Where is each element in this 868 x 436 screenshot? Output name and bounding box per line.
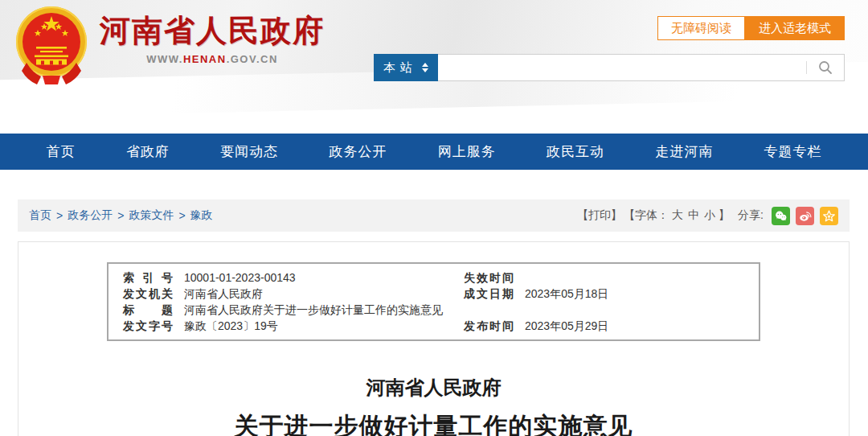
breadcrumb-yuzheng[interactable]: 豫政 [190,208,213,223]
meta-title-label: 标 题 [123,302,173,318]
nav-item-interaction[interactable]: 政民互动 [547,142,604,161]
search-bar: 本站 [374,54,845,81]
nav-item-about-henan[interactable]: 走进河南 [655,142,713,161]
font-size-label: 【字体： [624,208,669,223]
meta-date-written-value: 2023年05月18日 [525,286,751,302]
meta-index-value: 10001-01-2023-00143 [184,269,452,286]
share-icons [772,207,838,225]
meta-title-value: 河南省人民政府关于进一步做好计量工作的实施意见 [184,302,452,318]
metadata-row: 索 引 号 10001-01-2023-00143 失效时间 [123,269,751,286]
breadcrumb-bar: 首页 > 政务公开 > 政策文件 > 豫政 【打印】 【字体： 大 中 小 】 … [18,199,850,232]
elder-mode-button[interactable]: 进入适老模式 [745,16,845,40]
breadcrumb: 首页 > 政务公开 > 政策文件 > 豫政 [29,208,213,223]
site-title: 河南省人民政府 [100,13,325,48]
font-size-small[interactable]: 小 [704,208,715,223]
breadcrumb-gov-affairs[interactable]: 政务公开 [68,208,113,223]
search-input[interactable] [438,55,806,80]
nav-item-home[interactable]: 首页 [47,142,76,161]
nav-item-news[interactable]: 要闻动态 [220,142,278,161]
page: 河南省人民政府 WWW.HENAN.GOV.CN 无障碍阅读 进入适老模式 本站… [0,0,868,436]
breadcrumb-separator: > [56,209,63,222]
font-size-label-close: 】 [719,208,730,223]
favorite-share-icon[interactable] [820,207,838,225]
national-emblem-svg [11,5,92,85]
font-size-medium[interactable]: 中 [688,208,699,223]
meta-issuer-label: 发文机关 [123,286,173,302]
meta-expiry-value [525,269,751,286]
search-button[interactable] [807,55,844,80]
star-glyph [822,209,836,223]
site-url: WWW.HENAN.GOV.CN [100,53,325,65]
sort-arrows-icon [422,63,428,72]
search-scope-label: 本站 [383,60,417,76]
print-button[interactable]: 【打印】 [577,208,622,223]
wechat-glyph [774,209,788,223]
weibo-share-icon[interactable] [796,207,814,225]
breadcrumb-separator: > [117,209,124,222]
breadcrumb-policy-files[interactable]: 政策文件 [129,208,174,223]
site-identity[interactable]: 河南省人民政府 WWW.HENAN.GOV.CN [100,13,325,65]
meta-issuer-value: 河南省人民政府 [184,286,452,302]
nav-item-gov-affairs[interactable]: 政务公开 [329,142,387,161]
accessibility-button[interactable]: 无障碍阅读 [657,16,745,40]
metadata-row: 标 题 河南省人民政府关于进一步做好计量工作的实施意见 [123,302,751,318]
breadcrumb-separator: > [178,209,185,222]
document-panel: 索 引 号 10001-01-2023-00143 失效时间 发文机关 河南省人… [18,241,850,436]
page-tools: 【打印】 【字体： 大 中 小 】 分享: [577,207,838,225]
meta-publish-date-label: 发布时间 [464,318,514,334]
meta-publish-date-value: 2023年05月29日 [525,318,751,334]
meta-expiry-label: 失效时间 [464,269,514,286]
meta-empty-label [464,302,514,318]
document-title-line2: 关于进一步做好计量工作的实施意见 [18,410,849,436]
search-icon [818,60,833,75]
document-title-line1: 河南省人民政府 [18,375,849,401]
search-scope-select[interactable]: 本站 [374,54,438,81]
nav-item-provincial-gov[interactable]: 省政府 [126,142,170,161]
nav-item-special-topics[interactable]: 专题专栏 [764,142,821,161]
meta-doc-number-label: 发文字号 [123,318,173,334]
weibo-glyph [798,209,812,223]
meta-date-written-label: 成文日期 [464,286,514,302]
share-label: 分享: [738,208,764,223]
meta-doc-number-value: 豫政〔2023〕19号 [184,318,452,334]
font-size-large[interactable]: 大 [672,208,683,223]
meta-empty-value [525,302,751,318]
main-nav: 首页 省政府 要闻动态 政务公开 网上服务 政民互动 走进河南 专题专栏 [0,134,868,170]
nav-item-online-services[interactable]: 网上服务 [438,142,496,161]
metadata-row: 发文机关 河南省人民政府 成文日期 2023年05月18日 [123,286,751,302]
wechat-share-icon[interactable] [772,207,790,225]
breadcrumb-home[interactable]: 首页 [29,208,51,223]
metadata-row: 发文字号 豫政〔2023〕19号 发布时间 2023年05月29日 [123,318,751,334]
national-emblem-icon[interactable] [11,5,92,85]
document-metadata-table: 索 引 号 10001-01-2023-00143 失效时间 发文机关 河南省人… [107,262,760,341]
meta-index-label: 索 引 号 [123,269,173,286]
mode-buttons: 无障碍阅读 进入适老模式 [657,16,845,40]
